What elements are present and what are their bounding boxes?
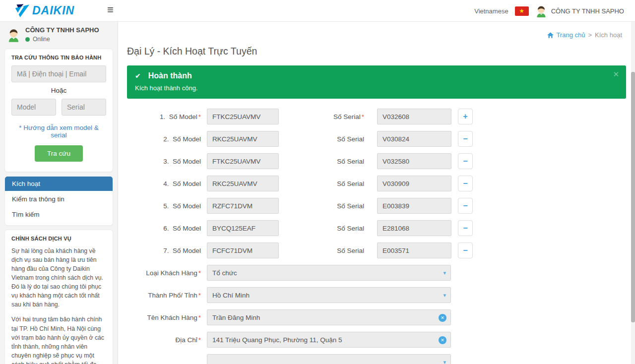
model-input[interactable] <box>207 131 279 147</box>
city-label: Thành Phố/ Tỉnh* <box>127 292 207 299</box>
page-title: Đại Lý - Kích Hoạt Trực Tuyến <box>127 46 626 57</box>
minus-icon: − <box>463 246 467 254</box>
header-user-menu[interactable]: CÔNG TY TNHH SAPHO <box>535 4 624 17</box>
model-serial-row: 5. Số Model Số Serial − <box>127 198 626 214</box>
vietnam-flag-icon[interactable]: ★ <box>515 6 529 16</box>
serial-input[interactable] <box>377 131 451 147</box>
city-select[interactable]: Hồ Chí Minh ▾ <box>207 287 451 303</box>
address-label: Địa Chỉ* <box>127 336 207 344</box>
minus-icon: − <box>463 157 467 165</box>
policy-paragraph: Với hai trung tâm bảo hành chính tại TP.… <box>11 315 106 364</box>
city-row: Thành Phố/ Tỉnh* Hồ Chí Minh ▾ <box>127 287 626 303</box>
online-status-label: Online <box>33 36 50 43</box>
address-row: Địa Chỉ* 141 Triệu Quang Phục, Phường 11… <box>127 332 626 348</box>
lookup-heading: TRA CỨU THÔNG TIN BẢO HÀNH <box>11 55 106 61</box>
lookup-keyword-input[interactable] <box>11 65 106 82</box>
activation-form: 1. Số Model* Số Serial* + 2. Số Model Số… <box>127 109 626 364</box>
serial-input[interactable] <box>377 243 451 258</box>
chevron-down-icon: ▾ <box>443 359 446 364</box>
customer-type-label: Loại Khách Hàng* <box>127 269 207 277</box>
model-serial-guide-link[interactable]: * Hướng dẫn xem model & serial <box>11 124 106 139</box>
remove-row-button[interactable]: − <box>458 243 473 258</box>
chevron-down-icon: ▾ <box>443 292 446 299</box>
remove-row-button[interactable]: − <box>458 198 473 214</box>
remove-row-button[interactable]: − <box>458 131 473 147</box>
vertical-scrollbar-track[interactable] <box>631 22 635 364</box>
top-navbar: DAIKIN ≡ Vietnamese ★ CÔNG TY TNHH SAPHO <box>0 0 635 22</box>
model-label: 4. Số Model <box>127 180 207 187</box>
model-input[interactable] <box>207 176 279 191</box>
warranty-lookup-card: TRA CỨU THÔNG TIN BẢO HÀNH Hoặc * Hướng … <box>4 49 113 172</box>
customer-type-select[interactable]: Tổ chức ▾ <box>207 265 451 281</box>
model-label: 1. Số Model* <box>127 113 207 121</box>
breadcrumb-current: Kích hoạt <box>595 31 622 39</box>
serial-input[interactable] <box>377 109 451 124</box>
lookup-serial-input[interactable] <box>62 99 106 116</box>
customer-name-label: Tên Khách Hàng* <box>127 314 207 321</box>
serial-input[interactable] <box>377 153 451 169</box>
breadcrumb: Trang chủ > Kích hoạt <box>547 31 622 39</box>
minus-icon: − <box>463 201 467 210</box>
minus-icon: − <box>463 134 467 143</box>
check-icon: ✔ <box>135 72 141 80</box>
model-label: 2. Số Model <box>127 135 207 143</box>
user-avatar-icon <box>535 4 547 17</box>
customer-type-row: Loại Khách Hàng* Tổ chức ▾ <box>127 265 626 281</box>
sidebar-menu: Kích hoạt Kiểm tra thông tin Tìm kiếm <box>4 176 113 226</box>
clear-icon[interactable]: ✕ <box>439 336 446 344</box>
service-policy-card: CHÍNH SÁCH DỊCH VỤ Sự hài lòng của khách… <box>4 230 113 364</box>
sidebar-toggle-icon[interactable]: ≡ <box>107 3 114 16</box>
flag-star: ★ <box>519 7 524 14</box>
district-select[interactable]: ▾ <box>207 354 451 364</box>
model-input[interactable] <box>207 220 279 236</box>
clear-icon[interactable]: ✕ <box>439 314 446 322</box>
model-input[interactable] <box>207 109 279 124</box>
sidebar-item-kiem-tra-thong-tin[interactable]: Kiểm tra thông tin <box>5 192 113 206</box>
remove-row-button[interactable]: − <box>458 176 473 191</box>
serial-input[interactable] <box>377 176 451 191</box>
home-icon <box>547 32 554 38</box>
customer-name-input[interactable]: Trần Đăng Minh ✕ <box>207 309 451 325</box>
breadcrumb-home-link[interactable]: Trang chủ <box>547 31 585 39</box>
header-user-name: CÔNG TY TNHH SAPHO <box>551 7 624 15</box>
language-selector[interactable]: Vietnamese <box>474 7 508 15</box>
customer-name-row: Tên Khách Hàng* Trần Đăng Minh ✕ <box>127 309 626 325</box>
policy-paragraph: Sự hài lòng của khách hàng về dịch vụ sa… <box>11 246 106 309</box>
serial-label: Số Serial <box>279 180 377 187</box>
sidebar: CÔNG TY TNHH SAPHO Online TRA CỨU THÔNG … <box>0 22 118 364</box>
lookup-model-input[interactable] <box>11 99 56 116</box>
main-content: Trang chủ > Kích hoạt Đại Lý - Kích Hoạt… <box>118 22 631 364</box>
serial-input[interactable] <box>377 220 451 236</box>
model-label: 5. Số Model <box>127 202 207 210</box>
serial-label: Số Serial <box>279 225 377 232</box>
alert-close-icon[interactable]: ✕ <box>613 70 619 79</box>
serial-input[interactable] <box>377 198 451 214</box>
success-alert: ✔ Hoàn thành Kích hoạt thành công. ✕ <box>127 65 626 99</box>
minus-icon: − <box>463 224 467 232</box>
model-serial-row: 4. Số Model Số Serial − <box>127 176 626 191</box>
district-row: ▾ <box>127 354 626 364</box>
plus-icon: + <box>463 112 467 121</box>
address-input[interactable]: 141 Triệu Quang Phục, Phường 11, Quận 5 … <box>207 332 451 348</box>
model-input[interactable] <box>207 243 279 258</box>
remove-row-button[interactable]: − <box>458 153 473 169</box>
model-serial-row: 3. Số Model Số Serial − <box>127 153 626 169</box>
sidebar-item-tim-kiem[interactable]: Tìm kiếm <box>5 207 113 222</box>
alert-message: Kích hoạt thành công. <box>135 84 618 92</box>
policy-heading: CHÍNH SÁCH DỊCH VỤ <box>11 236 106 242</box>
model-serial-row: 6. Số Model Số Serial − <box>127 220 626 236</box>
lookup-submit-button[interactable]: Tra cứu <box>35 145 83 162</box>
add-row-button[interactable]: + <box>458 109 473 124</box>
remove-row-button[interactable]: − <box>458 220 473 236</box>
daikin-logo[interactable]: DAIKIN <box>15 4 74 17</box>
model-serial-row: 1. Số Model* Số Serial* + <box>127 109 626 124</box>
sidebar-user-panel: CÔNG TY TNHH SAPHO Online <box>0 22 118 47</box>
model-input[interactable] <box>207 198 279 214</box>
vertical-scrollbar-thumb[interactable] <box>631 72 635 322</box>
sidebar-avatar-icon <box>7 27 20 42</box>
sidebar-item-kich-hoat[interactable]: Kích hoạt <box>5 177 113 191</box>
model-serial-row: 2. Số Model Số Serial − <box>127 131 626 147</box>
model-label: 6. Số Model <box>127 225 207 232</box>
sidebar-user-name: CÔNG TY TNHH SAPHO <box>25 26 99 34</box>
model-input[interactable] <box>207 153 279 169</box>
